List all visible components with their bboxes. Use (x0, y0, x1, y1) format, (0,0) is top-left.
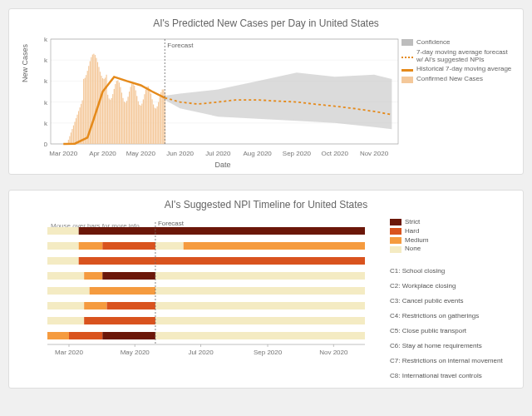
cases-chart-panel: AI's Predicted New Cases per Day in Unit… (8, 8, 524, 175)
svg-rect-104 (47, 242, 79, 250)
timeline-legend: Strict Hard Medium None (390, 215, 506, 255)
svg-rect-70 (129, 92, 130, 144)
svg-text:Forecast: Forecast (167, 42, 194, 49)
svg-rect-71 (131, 87, 131, 144)
svg-rect-82 (144, 94, 145, 144)
y-axis-label: New Cases (21, 44, 29, 82)
timeline-row-C7: C7: Restrictions on internal movement (390, 353, 515, 368)
svg-text:May 2020: May 2020 (121, 349, 150, 356)
svg-rect-44 (96, 58, 96, 144)
svg-rect-63 (120, 87, 121, 144)
timeline-plot[interactable]: Mar 2020May 2020Jul 2020Sep 2020Nov 2020… (44, 215, 390, 383)
svg-rect-59 (115, 84, 116, 144)
svg-text:50k: 50k (44, 36, 48, 43)
svg-rect-47 (100, 72, 101, 144)
svg-rect-60 (116, 81, 117, 144)
svg-rect-78 (139, 105, 140, 144)
svg-rect-107 (155, 242, 184, 250)
svg-rect-69 (127, 97, 128, 144)
timeline-row-C2: C2: Workplace closing (390, 278, 515, 293)
svg-rect-125 (155, 317, 365, 324)
svg-text:Jul 2020: Jul 2020 (188, 349, 214, 356)
swatch-forecast-icon (401, 57, 413, 58)
timeline-row-labels: C1: School closingC2: Workplace closingC… (390, 255, 515, 383)
svg-rect-62 (119, 82, 120, 144)
svg-rect-118 (155, 287, 365, 295)
svg-rect-67 (125, 102, 126, 144)
svg-rect-112 (47, 272, 84, 280)
timeline-row-C1: C1: School closing (390, 263, 515, 278)
svg-rect-84 (146, 87, 147, 144)
svg-rect-76 (136, 96, 137, 144)
legend-hard: Hard (390, 228, 506, 235)
cases-svg: 010k20k30k40k50kMar 2020Apr 2020May 2020… (44, 34, 401, 159)
swatch-historical-icon (401, 69, 413, 72)
svg-rect-110 (79, 257, 155, 265)
svg-rect-108 (184, 242, 365, 250)
svg-rect-77 (138, 102, 139, 144)
svg-rect-92 (157, 106, 158, 144)
svg-rect-41 (92, 55, 93, 144)
svg-rect-75 (135, 91, 136, 144)
svg-rect-26 (73, 126, 74, 144)
svg-text:10k: 10k (44, 120, 48, 127)
svg-text:Aug 2020: Aug 2020 (244, 150, 273, 157)
svg-rect-42 (93, 54, 94, 144)
svg-rect-64 (121, 92, 122, 144)
svg-rect-32 (81, 104, 81, 144)
svg-rect-123 (47, 317, 84, 324)
svg-rect-37 (87, 71, 88, 144)
svg-rect-111 (155, 257, 365, 265)
svg-rect-88 (151, 99, 152, 144)
timeline-svg: Mar 2020May 2020Jul 2020Sep 2020Nov 2020… (44, 215, 368, 357)
legend-historical: Historical 7-day moving average (401, 66, 515, 73)
svg-rect-54 (109, 98, 110, 144)
swatch-bars-icon (401, 77, 413, 83)
svg-rect-105 (79, 242, 103, 250)
svg-rect-68 (126, 101, 127, 144)
svg-rect-35 (85, 78, 86, 144)
svg-rect-58 (114, 89, 115, 144)
svg-rect-87 (150, 94, 151, 144)
svg-rect-95 (160, 92, 161, 144)
svg-rect-81 (143, 99, 144, 144)
svg-rect-83 (145, 90, 146, 144)
cases-plot[interactable]: New Cases 010k20k30k40k50kMar 2020Apr 20… (44, 34, 401, 169)
svg-rect-28 (76, 118, 76, 144)
swatch-strict-icon (390, 219, 401, 225)
svg-rect-129 (155, 332, 365, 339)
svg-rect-90 (154, 108, 155, 144)
svg-rect-126 (47, 332, 69, 339)
timeline-row-C6: C6: Stay at home requirements (390, 338, 515, 353)
npi-timeline-panel: AI's Suggested NPI Timeline for United S… (8, 190, 524, 389)
svg-rect-117 (90, 287, 155, 295)
svg-rect-49 (102, 78, 103, 144)
svg-rect-56 (111, 98, 112, 144)
svg-text:30k: 30k (44, 77, 48, 85)
legend-bars: Confirmed New Cases (401, 76, 515, 83)
cases-legend: Confidence 7-day moving average forecast… (401, 34, 515, 169)
svg-rect-27 (74, 121, 75, 144)
svg-rect-65 (122, 98, 123, 144)
swatch-hard-icon (390, 228, 401, 235)
svg-rect-109 (47, 257, 79, 265)
svg-rect-128 (102, 332, 155, 339)
timeline-row-C3: C3: Cancel public events (390, 293, 515, 308)
svg-rect-120 (84, 302, 106, 310)
svg-rect-33 (82, 101, 83, 144)
chart-title: AI's Predicted New Cases per Day in Unit… (17, 17, 515, 29)
timeline-title: AI's Suggested NPI Timeline for United S… (17, 199, 515, 210)
svg-text:0: 0 (44, 141, 48, 148)
svg-text:Nov 2020: Nov 2020 (360, 150, 389, 157)
svg-rect-122 (155, 302, 365, 310)
svg-rect-101 (47, 227, 79, 235)
svg-rect-74 (134, 86, 135, 144)
svg-rect-85 (148, 87, 149, 144)
svg-rect-86 (149, 89, 150, 144)
svg-rect-73 (133, 83, 134, 144)
svg-text:Sep 2020: Sep 2020 (283, 150, 312, 157)
svg-text:Apr 2020: Apr 2020 (89, 150, 116, 157)
svg-rect-48 (101, 76, 101, 144)
svg-rect-25 (71, 129, 72, 144)
swatch-confidence-icon (401, 39, 413, 46)
